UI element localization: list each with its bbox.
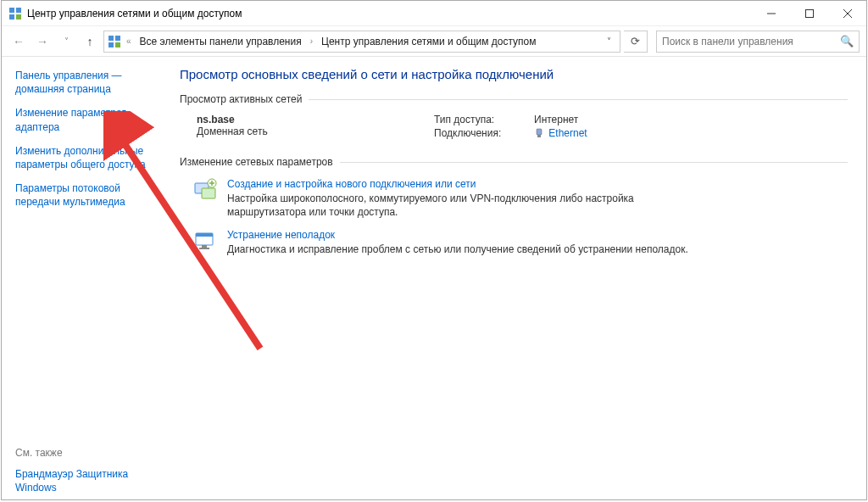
svg-rect-3 — [16, 14, 21, 20]
sidebar-adapter-settings-link[interactable]: Изменение параметров адаптера — [15, 106, 163, 133]
active-networks-group: Просмотр активных сетей ns.base Доменная… — [180, 93, 848, 141]
svg-rect-1 — [16, 8, 21, 13]
connection-ethernet-link[interactable]: Ethernet — [548, 127, 587, 139]
close-button[interactable] — [828, 1, 866, 26]
svg-rect-22 — [199, 248, 209, 249]
sidebar-firewall-link[interactable]: Брандмауэр Защитника Windows — [15, 467, 163, 494]
breadcrumb-dropdown[interactable]: ˅ — [602, 36, 616, 46]
search-input[interactable] — [662, 36, 840, 47]
troubleshoot-icon — [193, 229, 217, 253]
network-type: Доменная сеть — [197, 126, 434, 137]
svg-rect-5 — [805, 9, 813, 17]
forward-button[interactable]: → — [32, 31, 53, 52]
window: Центр управления сетями и общим доступом… — [1, 0, 867, 500]
breadcrumb-root-chevron[interactable]: « — [125, 36, 133, 46]
window-controls — [752, 1, 866, 26]
access-type-value: Интернет — [534, 114, 578, 126]
svg-rect-12 — [537, 129, 542, 135]
network-identity: ns.base Доменная сеть — [197, 114, 434, 141]
see-also-heading: См. также — [15, 447, 163, 459]
svg-rect-15 — [202, 188, 215, 198]
control-panel-icon — [108, 35, 121, 48]
new-connection-link[interactable]: Создание и настройка нового подключения … — [227, 178, 693, 190]
window-title: Центр управления сетями и общим доступом — [27, 8, 752, 20]
svg-rect-13 — [537, 135, 541, 137]
connections-label: Подключения: — [434, 127, 519, 139]
breadcrumb-seg-all-items[interactable]: Все элементы панели управления — [136, 34, 305, 49]
new-connection-icon — [193, 178, 217, 202]
breadcrumb-bar[interactable]: « Все элементы панели управления › Центр… — [103, 31, 620, 53]
network-name: ns.base — [197, 114, 434, 126]
new-connection-action: Создание и настройка нового подключения … — [180, 173, 848, 224]
troubleshoot-action: Устранение неполадок Диагностика и испра… — [180, 224, 848, 261]
svg-rect-10 — [108, 42, 114, 47]
access-type-label: Тип доступа: — [434, 114, 519, 126]
body: Панель управления — домашняя страница Из… — [2, 57, 866, 499]
sidebar-media-streaming-link[interactable]: Параметры потоковой передачи мультимедиа — [15, 181, 163, 209]
new-connection-desc: Настройка широкополосного, коммутируемог… — [227, 192, 693, 219]
network-details: Тип доступа: Интернет Подключения: Ether… — [434, 114, 587, 141]
svg-rect-11 — [115, 42, 120, 47]
main-content: Просмотр основных сведений о сети и наст… — [171, 57, 866, 499]
svg-rect-0 — [9, 8, 14, 13]
sidebar-home-link[interactable]: Панель управления — домашняя страница — [15, 69, 163, 96]
network-settings-group: Изменение сетевых параметров Создание и … — [180, 156, 848, 262]
ethernet-icon — [534, 128, 544, 138]
breadcrumb-seg-network-center[interactable]: Центр управления сетями и общим доступом — [318, 34, 540, 49]
up-button[interactable]: ↑ — [80, 31, 100, 52]
active-networks-legend: Просмотр активных сетей — [180, 93, 848, 110]
active-network-row: ns.base Доменная сеть Тип доступа: Интер… — [180, 110, 848, 141]
recent-locations-button[interactable]: ˅ — [56, 31, 76, 52]
page-heading: Просмотр основных сведений о сети и наст… — [180, 67, 848, 81]
svg-rect-20 — [196, 233, 213, 237]
app-icon — [8, 7, 22, 20]
network-settings-legend: Изменение сетевых параметров — [180, 156, 848, 173]
maximize-button[interactable] — [790, 1, 828, 26]
svg-rect-21 — [202, 245, 207, 248]
svg-rect-8 — [108, 36, 114, 41]
titlebar: Центр управления сетями и общим доступом — [2, 1, 866, 26]
troubleshoot-desc: Диагностика и исправление проблем с сеть… — [227, 243, 688, 256]
back-button[interactable]: ← — [8, 31, 29, 52]
refresh-button[interactable]: ⟳ — [624, 31, 648, 53]
svg-rect-9 — [115, 36, 120, 41]
chevron-right-icon: › — [309, 36, 314, 46]
sidebar: Панель управления — домашняя страница Из… — [2, 57, 171, 499]
sidebar-sharing-settings-link[interactable]: Изменить дополнительные параметры общего… — [15, 144, 163, 171]
search-icon: 🔍 — [840, 35, 854, 47]
search-box[interactable]: 🔍 — [656, 31, 860, 53]
svg-rect-2 — [9, 14, 14, 20]
address-bar: ← → ˅ ↑ « Все элементы панели управления… — [2, 26, 866, 57]
minimize-button[interactable] — [752, 1, 790, 26]
troubleshoot-link[interactable]: Устранение неполадок — [227, 229, 688, 241]
